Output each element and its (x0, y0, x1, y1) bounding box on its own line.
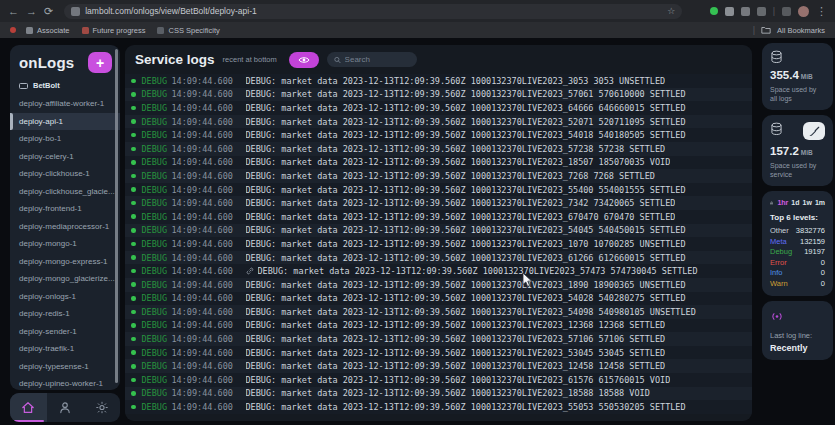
range-1m[interactable]: 1m (815, 199, 825, 206)
log-row[interactable]: DEBUG14:09:44.600DEBUG: market data 2023… (125, 115, 752, 129)
log-level-tag: DEBUG (142, 89, 172, 99)
bookmark-item[interactable]: Future progress (82, 26, 146, 35)
sidebar-item-deploy-traefik-1[interactable]: deploy-traefik-1 (10, 340, 120, 358)
toggle-view-button[interactable] (289, 52, 319, 68)
browser-menu-icon[interactable]: ⋮ (816, 6, 827, 17)
bookmark-item[interactable]: Associate (26, 26, 70, 35)
sidebar-item-deploy-redis-1[interactable]: deploy-redis-1 (10, 305, 120, 323)
sidebar-item-deploy-upineo-worker-1[interactable]: deploy-upineo-worker-1 (10, 375, 120, 390)
log-message: DEBUG: market data 2023-12-13T12:09:39.5… (246, 253, 686, 263)
forward-icon[interactable]: → (26, 6, 37, 17)
sidebar-item-deploy-api-1[interactable]: deploy-api-1 (10, 113, 120, 131)
log-row[interactable]: DEBUG14:09:44.600DEBUG: market data 2023… (125, 278, 752, 292)
address-bar[interactable]: lambolt.com/onlogs/view/BetBolt/deploy-a… (64, 4, 682, 19)
log-message: DEBUG: market data 2023-12-13T12:09:39.5… (246, 388, 650, 398)
log-level-tag: DEBUG (142, 239, 172, 249)
bookmark-star-icon[interactable]: ☆ (667, 6, 675, 16)
profile-avatar[interactable] (798, 6, 809, 17)
sidebar-item-deploy-affiliate-worker-1[interactable]: deploy-affiliate-worker-1 (10, 95, 120, 113)
search-input[interactable] (345, 55, 410, 64)
back-icon[interactable]: ← (8, 6, 19, 17)
extension-status-icon[interactable] (710, 7, 718, 15)
sidebar-item-deploy-clickhouse_glacie...[interactable]: deploy-clickhouse_glacie... (10, 183, 120, 201)
sidebar-item-deploy-mongo-1[interactable]: deploy-mongo-1 (10, 235, 120, 253)
sidebar-item-deploy-onlogs-1[interactable]: deploy-onlogs-1 (10, 288, 120, 306)
log-level-tag: DEBUG (142, 402, 172, 412)
log-row[interactable]: DEBUG14:09:44.600DEBUG: market data 2023… (125, 387, 752, 401)
log-level-dot (131, 269, 136, 274)
clean-logs-button[interactable] (803, 122, 825, 140)
all-bookmarks-label[interactable]: All Bookmarks (777, 26, 825, 35)
log-timestamp: 14:09:44.600 (172, 293, 234, 303)
log-row[interactable]: DEBUG14:09:44.600DEBUG: market data 2023… (125, 224, 752, 238)
nav-home-tab[interactable] (10, 393, 47, 422)
sidebar-item-deploy-typesense-1[interactable]: deploy-typesense-1 (10, 358, 120, 376)
bookmark-item[interactable]: CSS Specificity (157, 26, 219, 35)
log-level-dot (131, 378, 136, 383)
range-1hr[interactable]: 1hr (777, 199, 788, 206)
log-row[interactable]: DEBUG14:09:44.600DEBUG: market data 2023… (125, 169, 752, 183)
log-level-dot (131, 323, 136, 328)
range-1d[interactable]: 1d (791, 199, 799, 206)
log-row[interactable]: DEBUG14:09:44.600DEBUG: market data 2023… (125, 373, 752, 387)
sidebar-item-deploy-mongo_glacierize...[interactable]: deploy-mongo_glacierize... (10, 270, 120, 288)
extension-icon[interactable] (782, 7, 791, 16)
stats-column: 355.4 MiB Space used by all logs 157.2 M… (762, 43, 833, 360)
range-1w[interactable]: 1w (803, 199, 812, 206)
sidebar-item-deploy-clickhouse-1[interactable]: deploy-clickhouse-1 (10, 165, 120, 183)
log-level-dot (131, 160, 136, 165)
extension-icon[interactable] (757, 7, 766, 16)
log-row[interactable]: DEBUG14:09:44.600DEBUG: market data 2023… (125, 210, 752, 224)
log-row[interactable]: DEBUG14:09:44.600DEBUG: market data 2023… (125, 88, 752, 102)
log-level-dot (131, 133, 136, 138)
log-row[interactable]: DEBUG14:09:44.600DEBUG: market data 2023… (125, 332, 752, 346)
log-level-dot (131, 282, 136, 287)
log-row[interactable]: DEBUG14:09:44.600DEBUG: market data 2023… (125, 196, 752, 210)
sidebar-item-deploy-mediaprocessor-1[interactable]: deploy-mediaprocessor-1 (10, 218, 120, 236)
log-level-tag: DEBUG (142, 348, 172, 358)
log-timestamp: 14:09:44.600 (172, 157, 234, 167)
nav-theme-tab[interactable] (83, 393, 120, 422)
log-row[interactable]: DEBUG14:09:44.600DEBUG: market data 2023… (125, 183, 752, 197)
log-row[interactable]: DEBUG14:09:44.600DEBUG: market data 2023… (125, 264, 752, 278)
log-level-tag: DEBUG (142, 198, 172, 208)
sidebar-item-deploy-celery-1[interactable]: deploy-celery-1 (10, 148, 120, 166)
log-row[interactable]: DEBUG14:09:44.600DEBUG: market data 2023… (125, 237, 752, 251)
server-group[interactable]: BetBolt (10, 77, 120, 95)
log-row[interactable]: DEBUG14:09:44.600DEBUG: market data 2023… (125, 251, 752, 265)
broom-icon (809, 126, 820, 137)
url-text[interactable]: lambolt.com/onlogs/view/BetBolt/deploy-a… (85, 6, 662, 16)
log-row[interactable]: DEBUG14:09:44.600DEBUG: market data 2023… (125, 305, 752, 319)
site-info-icon[interactable] (71, 7, 80, 16)
log-row[interactable]: DEBUG14:09:44.600DEBUG: market data 2023… (125, 319, 752, 333)
log-row[interactable]: DEBUG14:09:44.600DEBUG: market data 2023… (125, 346, 752, 360)
nav-users-tab[interactable] (47, 393, 84, 422)
extension-icon[interactable] (725, 7, 734, 16)
log-row[interactable]: DEBUG14:09:44.600DEBUG: market data 2023… (125, 142, 752, 156)
reload-icon[interactable]: ⟳ (44, 6, 53, 17)
log-link-icon[interactable] (246, 267, 254, 275)
log-row[interactable]: DEBUG14:09:44.600DEBUG: market data 2023… (125, 292, 752, 306)
log-row[interactable]: DEBUG14:09:44.600DEBUG: market data 2023… (125, 128, 752, 142)
sidebar-item-deploy-sender-1[interactable]: deploy-sender-1 (10, 323, 120, 341)
sidebar-item-deploy-frontend-1[interactable]: deploy-frontend-1 (10, 200, 120, 218)
log-row[interactable]: DEBUG14:09:44.600DEBUG: market data 2023… (125, 74, 752, 88)
bookmark-favicon[interactable] (10, 27, 16, 33)
sidebar-item-deploy-mongo-express-1[interactable]: deploy-mongo-express-1 (10, 253, 120, 271)
log-timestamp: 14:09:44.600 (172, 280, 234, 290)
all-logs-space-label: Space used by all logs (770, 85, 825, 103)
log-level-dot (131, 337, 136, 342)
log-level-dot (131, 214, 136, 219)
log-timestamp: 14:09:44.600 (172, 198, 234, 208)
log-row[interactable]: DEBUG14:09:44.600DEBUG: market data 2023… (125, 156, 752, 170)
search-box[interactable] (327, 52, 417, 67)
sidebar-item-deploy-bo-1[interactable]: deploy-bo-1 (10, 130, 120, 148)
log-row[interactable]: DEBUG14:09:44.600DEBUG: market data 2023… (125, 400, 752, 414)
extension-icon[interactable] (741, 7, 750, 16)
log-row[interactable]: DEBUG14:09:44.600DEBUG: market data 2023… (125, 101, 752, 115)
bookmark-label: CSS Specificity (168, 26, 219, 35)
sidebar-scrollbar[interactable] (115, 49, 118, 383)
add-server-button[interactable]: + (88, 52, 112, 73)
bookmark-favicon (82, 27, 89, 34)
log-row[interactable]: DEBUG14:09:44.600DEBUG: market data 2023… (125, 359, 752, 373)
